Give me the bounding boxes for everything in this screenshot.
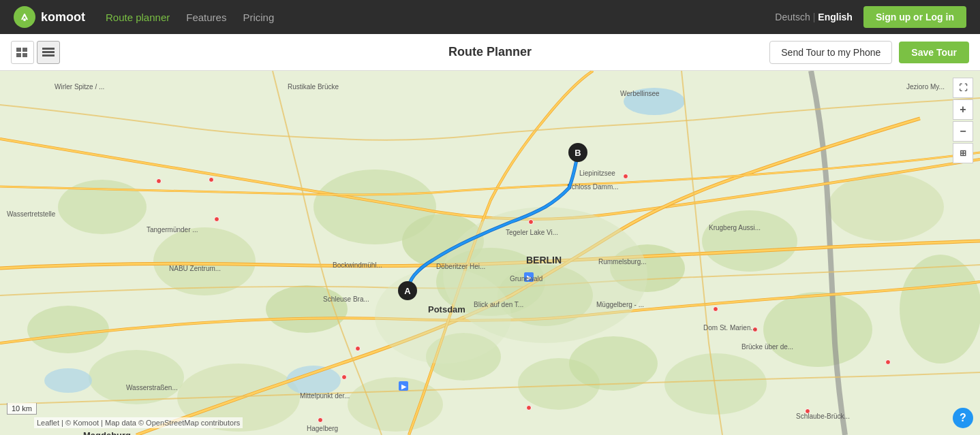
- svg-point-13: [313, 170, 436, 244]
- poi-dot: [209, 177, 214, 182]
- svg-rect-2: [16, 48, 21, 52]
- svg-rect-7: [42, 51, 55, 53]
- list-icon: [42, 48, 55, 57]
- logo[interactable]: komoot: [14, 6, 85, 28]
- list-view-button[interactable]: [37, 41, 60, 64]
- poi-dot: [156, 178, 162, 184]
- svg-point-18: [702, 210, 797, 272]
- poi-dot: [752, 327, 758, 332]
- save-tour-button[interactable]: Save Tour: [899, 42, 969, 63]
- svg-point-26: [900, 255, 980, 364]
- poi-dot: [318, 417, 323, 423]
- zoom-in-button[interactable]: +: [953, 99, 973, 120]
- lang-english[interactable]: English: [818, 12, 853, 22]
- map-container[interactable]: ▶ ▶ A B Wirler Spitze / ... Rustikale Br…: [0, 71, 980, 435]
- svg-rect-5: [22, 53, 27, 57]
- poi-dot: [805, 408, 810, 414]
- zoom-out-button[interactable]: −: [953, 121, 973, 142]
- map-controls: ⛶ + − ⊞: [953, 78, 973, 163]
- svg-rect-3: [22, 48, 27, 52]
- waypoint-b[interactable]: B: [568, 143, 587, 162]
- svg-point-34: [375, 268, 511, 364]
- waypoint-a[interactable]: A: [398, 281, 417, 300]
- toolbar-actions: Send Tour to my Phone Save Tour: [769, 41, 969, 64]
- svg-text:▶: ▶: [401, 383, 407, 390]
- svg-point-24: [27, 306, 109, 353]
- map-view-button[interactable]: [11, 41, 34, 64]
- send-tour-button[interactable]: Send Tour to my Phone: [769, 41, 892, 64]
- poi-dot: [526, 405, 532, 410]
- toolbar: Route Planner Send Tour to my Phone Save…: [0, 34, 980, 71]
- svg-point-29: [348, 377, 443, 432]
- svg-point-14: [266, 285, 348, 333]
- view-toggles: [11, 41, 60, 64]
- poi-dot: [623, 174, 628, 179]
- page-title: Route Planner: [448, 45, 532, 59]
- map-background: ▶ ▶: [0, 71, 980, 435]
- poi-dot: [214, 216, 219, 222]
- fullscreen-button[interactable]: ⛶: [953, 78, 973, 98]
- svg-point-0: [18, 11, 31, 23]
- lang-deutsch[interactable]: Deutsch: [775, 12, 810, 22]
- poi-dot: [713, 306, 718, 312]
- nav-features[interactable]: Features: [186, 12, 226, 23]
- svg-point-23: [664, 353, 767, 415]
- nav-right: Deutsch | English Sign up or Log in: [775, 6, 966, 28]
- svg-point-21: [89, 350, 184, 404]
- top-navigation: komoot Route planner Features Pricing De…: [0, 0, 980, 34]
- poi-dot: [528, 219, 534, 225]
- signup-button[interactable]: Sign up or Log in: [863, 6, 966, 28]
- svg-rect-8: [42, 54, 55, 57]
- svg-point-25: [828, 173, 944, 241]
- svg-point-30: [624, 88, 685, 115]
- help-button[interactable]: ?: [953, 408, 973, 428]
- svg-point-32: [44, 368, 92, 393]
- logo-icon: [14, 6, 35, 28]
- svg-point-19: [763, 292, 872, 367]
- language-switcher: Deutsch | English: [775, 12, 853, 22]
- poi-dot: [885, 359, 891, 365]
- map-scale: 10 km: [7, 403, 37, 415]
- svg-point-15: [153, 227, 256, 295]
- poi-dot: [355, 346, 361, 351]
- brand-name: komoot: [41, 10, 85, 25]
- poi-dot: [341, 374, 347, 380]
- nav-route-planner[interactable]: Route planner: [106, 12, 170, 23]
- svg-rect-4: [16, 53, 21, 57]
- svg-text:▶: ▶: [527, 274, 532, 281]
- svg-rect-6: [42, 48, 55, 50]
- layers-button[interactable]: ⊞: [953, 143, 973, 163]
- map-attribution: Leaflet | © Komoot | Map data © OpenStre…: [34, 417, 243, 428]
- svg-point-28: [518, 358, 600, 410]
- nav-links: Route planner Features Pricing: [106, 12, 274, 23]
- svg-point-1: [23, 18, 26, 21]
- grid-icon: [16, 48, 29, 57]
- nav-pricing[interactable]: Pricing: [243, 12, 274, 23]
